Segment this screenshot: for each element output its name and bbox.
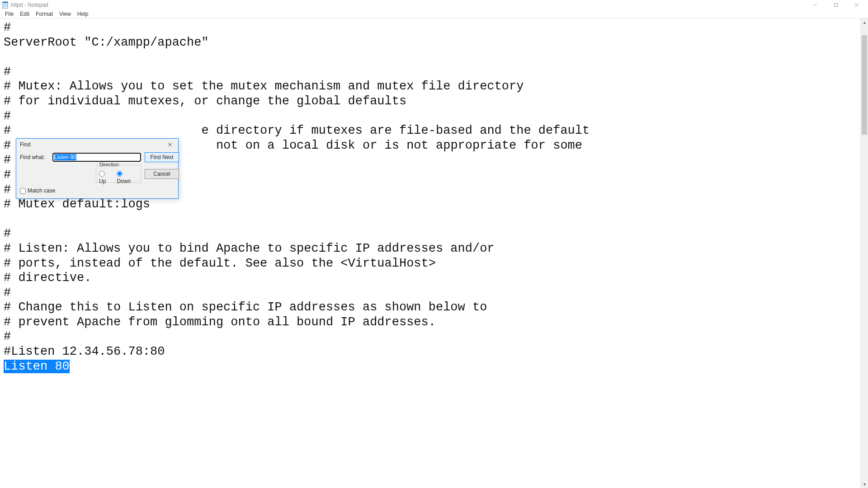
editor-line: # <box>4 153 11 167</box>
editor-line: # Mutex default:logs <box>4 197 150 211</box>
direction-group: Direction Up Down <box>96 165 141 183</box>
scrollbar-down-arrow-icon[interactable]: ▾ <box>861 480 868 488</box>
vertical-scrollbar[interactable]: ▴ ▾ <box>860 19 868 488</box>
svg-rect-6 <box>835 4 838 7</box>
editor-line: # <box>4 227 11 240</box>
scrollbar-thumb[interactable] <box>862 35 867 135</box>
editor-line: # ports, instead of the default. See als… <box>4 257 436 270</box>
scrollbar-up-arrow-icon[interactable]: ▴ <box>861 19 868 26</box>
editor-line: # <box>4 286 11 300</box>
editor-line: #Listen 12.34.56.78:80 <box>4 345 165 358</box>
editor-line: # <box>4 65 11 79</box>
editor-line: # <box>4 124 11 137</box>
menu-help[interactable]: Help <box>74 10 92 18</box>
menu-format[interactable]: Format <box>33 10 56 18</box>
editor-line: # <box>4 21 11 34</box>
maximize-button[interactable] <box>826 0 846 10</box>
find-next-button[interactable]: Find Next <box>145 152 179 162</box>
editor-line: not on a local disk or is not appropriat… <box>216 139 582 152</box>
editor-line: # <box>4 183 11 197</box>
editor-highlighted-match: Listen 80 <box>4 360 70 373</box>
editor-line: # prevent Apache from glomming onto all … <box>4 315 436 329</box>
direction-down-radio[interactable]: Down <box>117 171 138 184</box>
editor-line: # <box>4 168 11 182</box>
editor-line: e directory if mutexes are file-based an… <box>201 124 590 137</box>
find-dialog-close-button[interactable] <box>165 140 175 149</box>
editor-line: # for individual mutexes, or change the … <box>4 94 406 108</box>
svg-rect-1 <box>3 2 8 3</box>
direction-up-radio[interactable]: Up <box>99 171 113 184</box>
direction-group-label: Direction <box>98 162 120 167</box>
minimize-button[interactable] <box>805 0 826 10</box>
editor-line: # directive. <box>4 271 91 285</box>
text-editor[interactable]: # ServerRoot "C:/xampp/apache" # # Mutex… <box>0 19 860 488</box>
editor-line: # Listen: Allows you to bind Apache to s… <box>4 242 495 255</box>
find-what-input[interactable] <box>52 153 141 162</box>
cancel-button[interactable]: Cancel <box>145 169 179 179</box>
editor-line: # <box>4 139 11 152</box>
notepad-icon <box>2 1 9 9</box>
menu-view[interactable]: View <box>56 10 74 18</box>
window-titlebar: httpd - Notepad <box>0 0 868 10</box>
match-case-label: Match case <box>28 188 55 194</box>
find-dialog-titlebar[interactable]: Find <box>16 139 178 150</box>
menu-bar: File Edit Format View Help <box>0 10 868 19</box>
close-button[interactable] <box>846 0 867 10</box>
editor-line: # <box>4 109 11 123</box>
editor-line: # <box>4 330 11 343</box>
find-dialog: Find Find what: Find Next Direction Up D… <box>16 138 179 199</box>
scrollbar-track[interactable] <box>861 26 868 480</box>
editor-line: ServerRoot "C:/xampp/apache" <box>4 36 209 49</box>
menu-edit[interactable]: Edit <box>17 10 33 18</box>
window-title: httpd - Notepad <box>11 2 48 8</box>
editor-line: # Mutex: Allows you to set the mutex mec… <box>4 80 524 93</box>
match-case-checkbox[interactable] <box>20 188 26 194</box>
find-dialog-title: Find <box>20 141 165 148</box>
direction-down-label: Down <box>117 178 131 184</box>
menu-file[interactable]: File <box>2 10 17 18</box>
editor-line: # Change this to Listen on specific IP a… <box>4 300 495 314</box>
direction-up-label: Up <box>99 178 106 184</box>
find-what-label: Find what: <box>20 154 50 160</box>
